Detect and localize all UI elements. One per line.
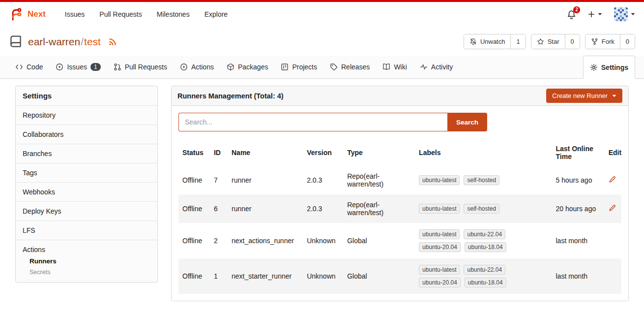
nav-item-milestones[interactable]: Milestones [149,2,197,27]
tab-activity[interactable]: Activity [413,56,459,78]
runners-panel: Runners Management (Total: 4) Create new… [171,86,629,301]
tab-label: Code [27,63,43,71]
tab-label: Issues [67,63,87,71]
navbar-right: 2 [567,7,635,21]
label-chip: ubuntu-22.04 [464,265,505,275]
nav-item-explore[interactable]: Explore [197,2,235,27]
runner-type: Repo(earl-warren/test) [343,194,415,223]
fork-button-group: Fork 0 [585,34,635,49]
projects-icon [281,63,289,71]
chevron-down-icon [598,13,602,16]
runner-status: Offline [178,258,210,294]
sidebar-item-tags[interactable]: Tags [16,163,157,182]
table-row: Offline 6 runner 2.0.3 Repo(earl-warren/… [178,194,621,223]
star-button[interactable]: Star [531,34,565,49]
tab-packages[interactable]: Packages [220,56,274,78]
repo-separator: / [81,36,84,47]
table-row: Offline 2 next_actions_runner Unknown Gl… [178,223,621,258]
user-menu-dropdown[interactable] [614,7,635,21]
notifications-button[interactable]: 2 [567,10,576,19]
create-new-dropdown[interactable] [588,11,602,18]
tab-actions[interactable]: Actions [174,56,220,78]
runner-type: Global [343,223,415,258]
tab-label: Projects [292,63,317,71]
runner-version: Unknown [303,258,343,294]
panel-header: Runners Management (Total: 4) Create new… [172,86,628,106]
runner-id: 1 [210,258,228,294]
sidebar-item-lfs[interactable]: LFS [16,221,157,240]
label-chip: self-hosted [464,175,499,185]
col-header-status: Status [178,139,210,166]
tab-settings[interactable]: Settings [583,56,635,79]
tab-label: Pull Requests [125,63,167,71]
sidebar-item-repository[interactable]: Repository [16,105,157,125]
runner-status: Offline [178,223,210,258]
star-count[interactable]: 0 [565,34,580,49]
content-area: Settings Repository Collaborators Branch… [0,79,644,301]
runner-last-online: last month [552,223,605,258]
tab-projects[interactable]: Projects [274,56,323,78]
table-row: Offline 1 next_starter_runner Unknown Gl… [178,258,621,294]
col-header-type: Type [343,139,415,166]
notification-badge: 2 [573,6,580,13]
search-input[interactable] [178,113,447,131]
navbar: Next Issues Pull Requests Milestones Exp… [0,2,644,27]
runner-id: 6 [210,194,228,223]
tab-code[interactable]: Code [9,56,49,78]
search-button[interactable]: Search [447,113,487,131]
edit-runner-button[interactable] [609,176,616,183]
nav-item-issues[interactable]: Issues [58,2,92,27]
sidebar-item-webhooks[interactable]: Webhooks [16,182,157,201]
col-header-edit: Edit [605,139,621,166]
sidebar-actions-label: Actions [23,246,45,254]
fork-count[interactable]: 0 [620,34,635,49]
tab-label: Releases [341,63,370,71]
sidebar-item-secrets[interactable]: Secrets [29,269,150,276]
sidebar-item-runners[interactable]: Runners [29,257,150,265]
edit-runner-button[interactable] [609,204,616,212]
chevron-down-icon [612,95,616,97]
sidebar-title: Settings [16,86,157,105]
fork-button[interactable]: Fork [585,34,620,49]
runner-name: runner [228,166,303,194]
star-button-group: Star 0 [531,34,580,49]
avatar [614,7,628,21]
col-header-name: Name [228,139,303,166]
create-runner-label: Create new Runner [552,92,608,99]
unwatch-button[interactable]: Unwatch [464,34,511,49]
runner-labels: ubuntu-latest self-hosted [415,166,552,194]
runner-id: 7 [210,166,228,194]
tab-releases[interactable]: Releases [323,56,376,78]
runner-name: runner [228,194,303,223]
watch-button-group: Unwatch 1 [464,34,526,49]
settings-gear-icon [590,63,598,71]
sidebar-item-actions[interactable]: Actions Runners Secrets [16,240,157,282]
repo-owner-link[interactable]: earl-warren [28,36,80,47]
tab-wiki[interactable]: Wiki [376,56,413,78]
wiki-icon [382,63,390,71]
label-chip: ubuntu-latest [419,204,460,214]
create-new-runner-button[interactable]: Create new Runner [546,89,622,103]
sidebar-item-branches[interactable]: Branches [16,144,157,163]
rss-icon[interactable] [108,37,117,46]
sidebar-item-collaborators[interactable]: Collaborators [16,125,157,144]
brand-logo[interactable]: Next [9,7,46,22]
repo-name-link[interactable]: test [84,36,101,47]
watch-count[interactable]: 1 [510,34,525,49]
runner-status: Offline [178,194,210,223]
sidebar-item-deploy-keys[interactable]: Deploy Keys [16,201,157,221]
tab-label: Wiki [394,63,407,71]
pull-request-icon [114,63,121,71]
unwatch-label: Unwatch [480,38,505,45]
tab-issues[interactable]: Issues 1 [49,56,107,78]
navbar-links: Issues Pull Requests Milestones Explore [58,2,235,27]
runner-id: 2 [210,223,228,258]
nav-item-pull-requests[interactable]: Pull Requests [92,2,149,27]
tab-pull-requests[interactable]: Pull Requests [107,56,174,78]
runner-type: Repo(earl-warren/test) [343,166,415,194]
runner-status: Offline [178,166,210,194]
label-chip: ubuntu-18.04 [465,242,506,252]
fork-label: Fork [602,38,615,45]
runner-last-online: 5 hours ago [552,166,605,194]
table-row: Offline 7 runner 2.0.3 Repo(earl-warren/… [178,166,621,194]
